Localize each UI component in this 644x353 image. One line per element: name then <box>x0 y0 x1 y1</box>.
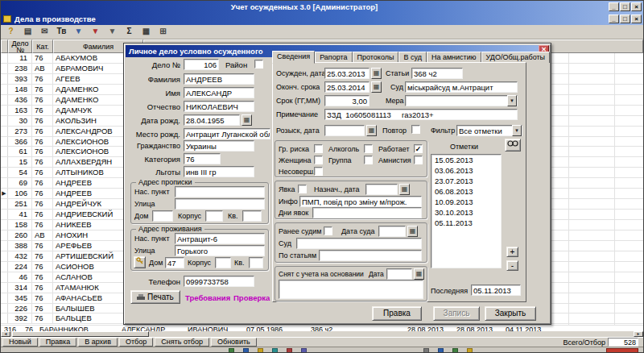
taskbar-app-icon[interactable] <box>438 348 444 353</box>
os-taskbar[interactable] <box>1 347 643 353</box>
taskbar-app-icon[interactable] <box>272 348 278 353</box>
table-row-partial[interactable]: 31676БАРАННИКОВАЛЕКСАНДРИВАНОВИЧ07.05.19… <box>1 325 643 331</box>
dialog-tab-5[interactable]: УДО/Общ.работы <box>481 52 551 63</box>
edit-button[interactable]: Правка <box>372 306 422 321</box>
filter-icon[interactable]: ▼ <box>71 26 86 38</box>
works-checkbox[interactable]: ✓ <box>414 144 423 153</box>
note-field[interactable]: ЗЗД 1о605081113 газ2013+ <box>324 109 518 120</box>
firstname-field[interactable]: АЛЕКСАНДР <box>184 87 254 98</box>
header-category[interactable]: Кат. <box>32 39 53 53</box>
reg-house-field[interactable] <box>152 210 173 222</box>
scroll-left-arrow[interactable]: ◄ <box>1 331 10 337</box>
dialog-tab-0[interactable]: Сведения <box>272 51 315 64</box>
maximize-button[interactable]: □ <box>620 2 630 11</box>
scrollbar-track[interactable] <box>149 331 634 337</box>
scrollbar-thumb[interactable] <box>12 331 149 337</box>
printer-icon[interactable]: ▤ <box>20 26 35 38</box>
child-close-button[interactable]: × <box>631 15 642 23</box>
horizontal-scrollbar[interactable]: ◄ ► <box>1 331 643 337</box>
taskbar-red-indicator[interactable] <box>606 348 638 353</box>
font-icon[interactable]: Тв <box>54 26 69 38</box>
help-icon[interactable]: ? <box>3 26 19 38</box>
risk-checkbox[interactable] <box>314 144 323 153</box>
res-house-field[interactable]: 47 <box>165 257 184 268</box>
scroll-right-arrow[interactable]: ► <box>634 331 643 337</box>
res-apt-field[interactable] <box>249 257 263 268</box>
search-date-field[interactable] <box>324 125 365 136</box>
court-date-field[interactable] <box>378 226 406 237</box>
reg-building-field[interactable] <box>205 210 223 222</box>
prev-court-field[interactable] <box>296 238 422 249</box>
res-street-field[interactable]: Горького <box>175 245 265 256</box>
filter-custom-icon[interactable]: ▼ <box>105 26 120 38</box>
taskbar-app-icon[interactable] <box>452 348 458 353</box>
group-checkbox[interactable] <box>364 156 373 164</box>
district-checkbox[interactable] <box>254 60 263 69</box>
case-no-field[interactable]: 106 <box>184 59 219 70</box>
prev-conv-checkbox[interactable] <box>324 226 332 235</box>
sum-icon[interactable]: Σ <box>122 26 137 38</box>
taskbar-app-icon[interactable] <box>287 348 292 353</box>
taskbar-app-icon[interactable] <box>229 348 234 353</box>
mark-date[interactable]: 23.07.2013 <box>431 176 501 186</box>
binoculars-icon[interactable] <box>505 139 521 152</box>
main-titlebar[interactable]: Учет осужденных 3.0 [Администратор] _ □ … <box>1 1 643 13</box>
calendar-icon[interactable]: ▦ <box>242 114 252 126</box>
calendar-icon[interactable]: ▦ <box>399 184 410 195</box>
mark-date[interactable]: 05.11.2013 <box>431 218 501 228</box>
bottom-bar-button[interactable]: Новый <box>2 338 38 347</box>
close-dialog-button[interactable]: Закрыть <box>485 306 536 321</box>
appear-checkbox[interactable] <box>298 185 307 193</box>
reg-street-field[interactable] <box>175 198 265 210</box>
dialog-tab-2[interactable]: Протоколы <box>353 52 399 63</box>
res-settlement-field[interactable]: Антрацит-6 <box>175 233 265 244</box>
removed-text-area[interactable] <box>279 280 423 299</box>
calendar-icon[interactable]: ▦ <box>407 226 418 237</box>
appoint-field[interactable] <box>365 184 398 195</box>
removed-date-field[interactable] <box>386 268 412 280</box>
mark-date[interactable]: 30.10.2013 <box>431 207 501 218</box>
minor-checkbox[interactable] <box>314 167 323 176</box>
calendar-icon[interactable]: ▦ <box>371 81 382 93</box>
mark-date[interactable]: 03.06.2013 <box>431 165 501 176</box>
key-icon[interactable] <box>134 256 146 268</box>
check-link[interactable]: Проверка <box>233 293 270 302</box>
print-button[interactable]: Печать <box>130 290 180 304</box>
phone-field[interactable]: 0999733758 <box>184 276 254 287</box>
child-titlebar[interactable]: Дела в производстве _ □ × <box>1 13 643 25</box>
term-end-field[interactable]: 25.03.2014 <box>324 81 369 93</box>
mark-date[interactable]: 15.05.2013 <box>431 155 501 165</box>
remove-mark-button[interactable]: - <box>506 260 518 271</box>
term-field[interactable]: 3,00 <box>324 95 369 106</box>
taskbar-app-icon[interactable] <box>258 348 263 353</box>
articles-field[interactable]: 368 ч2 <box>411 68 463 79</box>
repeat-checkbox[interactable] <box>411 125 420 134</box>
child-minimize-button[interactable]: _ <box>609 15 619 23</box>
save-button[interactable]: Запись <box>433 306 480 321</box>
surname-field[interactable]: АНДРЕЕВ <box>184 73 254 85</box>
chevron-down-icon[interactable]: ▼ <box>507 95 517 106</box>
calculator-icon[interactable]: ▦ <box>138 26 154 38</box>
citizenship-field[interactable]: Украины <box>184 140 254 152</box>
reg-apt-field[interactable] <box>242 210 262 222</box>
birthplace-field[interactable]: Антрацит Луганской обл <box>184 128 270 139</box>
marks-list[interactable]: 15.05.201303.06.201323.07.201306.08.2013… <box>431 154 502 268</box>
birthdate-field[interactable]: 28.04.1955 <box>184 114 240 126</box>
days-field[interactable] <box>312 207 422 218</box>
alcohol-checkbox[interactable] <box>364 144 373 153</box>
bottom-bar-button[interactable]: В архив <box>78 338 118 347</box>
add-mark-button[interactable]: + <box>506 247 518 257</box>
calendar-icon[interactable]: ▦ <box>371 68 382 79</box>
bottom-bar-button[interactable]: Снять отбор <box>155 338 209 347</box>
mark-date[interactable]: 10.09.2013 <box>431 197 501 207</box>
close-button[interactable]: × <box>631 2 642 11</box>
filter-clear-icon[interactable]: ▼ <box>88 26 103 38</box>
reg-settlement-field[interactable] <box>175 186 265 197</box>
chevron-down-icon[interactable]: ▼ <box>512 125 522 136</box>
header-case-no[interactable]: Дело № <box>8 39 32 53</box>
taskbar-app-icon[interactable] <box>423 348 429 353</box>
info-field[interactable]: ПМП, повід про зміну м/прож. <box>299 196 422 207</box>
calendar-icon[interactable]: ▦ <box>414 268 424 280</box>
bottom-bar-button[interactable]: Правка <box>39 338 76 347</box>
dialog-tab-1[interactable]: Рапорта <box>315 52 352 63</box>
